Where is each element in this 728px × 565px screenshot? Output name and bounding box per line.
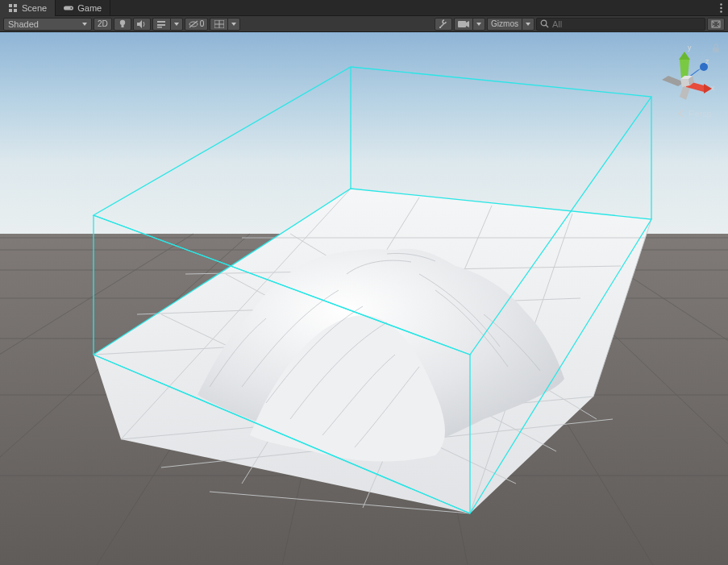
grid-icon [214,20,224,28]
tab-menu-button[interactable] [713,0,728,16]
scene-icon [8,3,18,13]
grid-dropdown[interactable] [227,18,240,31]
svg-rect-3 [14,9,17,12]
tab-scene[interactable]: Scene [0,0,56,16]
search-icon [540,19,549,28]
svg-point-6 [720,3,722,5]
svg-marker-66 [679,52,690,60]
shading-mode-dropdown[interactable]: Shaded [3,18,92,31]
hidden-objects-toggle[interactable]: 0 [185,18,209,31]
tab-game[interactable]: Game [56,0,110,16]
gizmos-label: Gizmos [491,19,518,28]
gizmos-dropdown[interactable] [522,18,535,31]
dropdown-caret-icon [526,23,530,26]
effects-dropdown[interactable] [170,18,183,31]
axis-y-label: y [688,44,692,52]
dropdown-caret-icon [82,23,87,26]
projection-text: Persp [688,109,712,118]
speaker-icon [137,20,147,28]
svg-rect-14 [157,27,162,28]
svg-rect-2 [9,9,12,12]
tab-scene-label: Scene [22,3,47,13]
hidden-count-label: 0 [200,19,205,28]
svg-rect-10 [121,25,123,27]
dropdown-caret-icon [174,23,179,26]
svg-rect-18 [458,21,466,27]
svg-rect-12 [157,21,165,23]
gizmos-group: Gizmos [487,18,535,31]
effects-toggle[interactable] [152,18,170,31]
svg-point-8 [720,10,722,12]
lightbulb-icon [119,19,127,29]
svg-rect-1 [14,4,17,7]
camera-icon [458,20,469,28]
view-2d-label: 2D [98,19,108,28]
search-field[interactable] [536,18,705,31]
svg-point-20 [541,20,547,26]
camera-dropdown[interactable] [472,18,485,31]
svg-rect-0 [9,4,12,7]
eye-off-icon [189,20,198,28]
axis-z-label: z [705,57,709,65]
search-input[interactable] [552,19,701,29]
tab-bar: Scene Game [0,0,728,16]
dropdown-caret-icon [231,23,236,26]
lighting-toggle[interactable] [114,18,131,31]
effects-group [152,18,183,31]
game-icon [64,3,73,13]
camera-group [454,18,485,31]
scene-content [0,32,728,565]
axis-x-label: x [711,84,715,92]
scene-toolbar: Shaded 2D 0 [0,16,728,32]
view-2d-toggle[interactable]: 2D [94,18,112,31]
grid-group [210,18,240,31]
svg-line-21 [546,25,548,27]
effects-icon [156,20,166,28]
svg-marker-11 [137,20,142,28]
svg-rect-13 [157,24,165,26]
grid-toggle[interactable] [210,18,227,31]
camera-button[interactable] [454,18,472,31]
tools-icon [439,19,448,29]
audio-toggle[interactable] [133,18,151,31]
svg-point-9 [120,19,125,24]
tools-button[interactable] [435,18,452,31]
expand-icon [711,20,721,28]
svg-rect-17 [439,27,441,28]
tab-game-label: Game [77,3,102,13]
svg-point-7 [720,6,722,8]
dropdown-caret-icon [476,23,481,26]
projection-label[interactable]: Persp [677,109,712,118]
svg-marker-19 [466,21,469,27]
gizmos-toggle[interactable]: Gizmos [487,18,522,31]
shading-mode-label: Shaded [8,19,39,29]
chevron-left-icon [677,110,685,117]
scene-viewport[interactable]: y x z Persp [0,32,728,565]
expand-button[interactable] [707,18,725,31]
svg-point-5 [71,6,73,8]
